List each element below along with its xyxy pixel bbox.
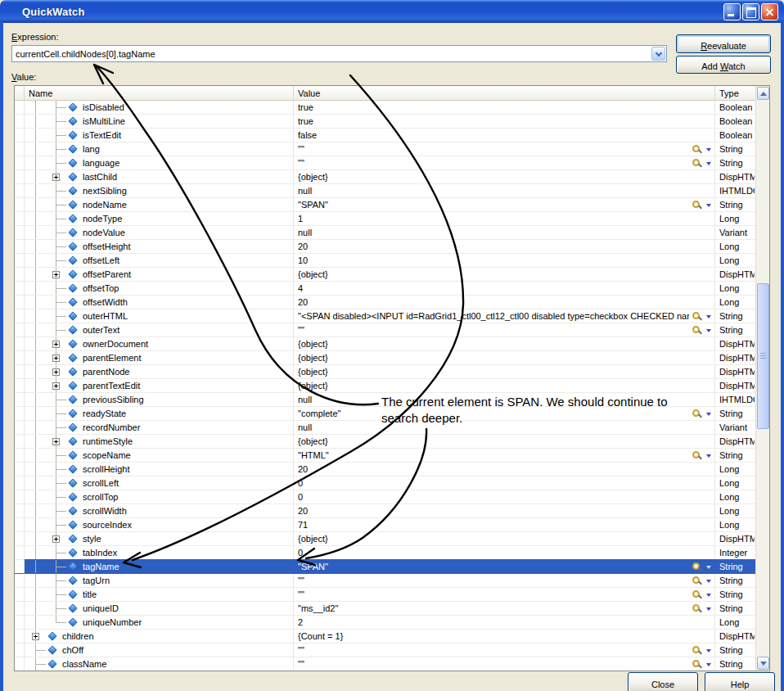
help-button[interactable]: Help — [705, 672, 775, 691]
expand-plus-icon[interactable] — [32, 633, 39, 640]
table-row[interactable]: scrollWidth20Long — [15, 504, 755, 518]
table-row[interactable]: offsetHeight20Long — [15, 240, 755, 254]
visualizer-dropdown-icon[interactable] — [706, 148, 711, 151]
row-selector-cell[interactable] — [15, 351, 25, 364]
magnifier-button[interactable] — [692, 645, 714, 656]
row-selector-cell[interactable] — [15, 296, 25, 309]
table-row[interactable]: offsetWidth20Long — [15, 296, 755, 309]
scroll-up-button[interactable] — [757, 87, 769, 100]
expand-plus-icon[interactable] — [52, 382, 60, 390]
magnifier-button[interactable] — [692, 200, 714, 210]
table-row[interactable]: isMultiLinetrueBoolean — [15, 115, 755, 129]
table-row[interactable]: language""String — [15, 156, 755, 170]
table-row[interactable]: isDisabledtrueBoolean — [15, 101, 755, 115]
vertical-scrollbar[interactable] — [755, 86, 769, 671]
row-selector-cell[interactable] — [15, 101, 25, 114]
header-value[interactable]: Value — [294, 86, 715, 101]
table-row[interactable]: chOff""String — [15, 644, 755, 657]
visualizer-dropdown-icon[interactable] — [706, 566, 711, 569]
table-row[interactable]: nodeType1Long — [15, 212, 755, 226]
combo-dropdown-button[interactable] — [651, 47, 665, 61]
scroll-down-button[interactable] — [757, 657, 769, 670]
expression-input[interactable] — [16, 47, 646, 60]
row-selector-cell[interactable] — [15, 268, 25, 281]
table-row[interactable]: scrollLeft0Long — [15, 476, 755, 490]
table-row[interactable]: outerHTML"<SPAN disabled><INPUT id=RadGr… — [15, 309, 755, 323]
row-selector-cell[interactable] — [15, 129, 25, 142]
table-row[interactable]: nodeName"SPAN"String — [15, 198, 755, 212]
visualizer-dropdown-icon[interactable] — [706, 162, 711, 165]
table-row[interactable]: offsetLeft10Long — [15, 254, 755, 268]
table-row[interactable]: scopeName"HTML"String — [15, 449, 755, 463]
minimize-button[interactable] — [723, 3, 741, 20]
row-selector-cell[interactable] — [15, 435, 25, 448]
table-row[interactable]: parentElement{object}DispHTML — [15, 351, 755, 365]
row-selector-cell[interactable] — [15, 115, 25, 128]
expand-plus-icon[interactable] — [52, 438, 60, 445]
row-selector-cell[interactable] — [15, 323, 25, 336]
row-selector-cell[interactable] — [15, 421, 25, 434]
row-selector-cell[interactable] — [15, 184, 25, 197]
table-row[interactable]: nodeValuenullVariant — [15, 226, 755, 240]
header-type[interactable]: Type — [715, 86, 755, 101]
row-selector-cell[interactable] — [15, 393, 25, 406]
row-selector-cell[interactable] — [15, 337, 25, 350]
table-row[interactable]: parentNode{object}DispHTML — [15, 365, 755, 379]
magnifier-button[interactable] — [692, 450, 714, 461]
table-row[interactable]: lang""String — [15, 142, 755, 156]
expand-plus-icon[interactable] — [52, 341, 60, 348]
row-selector-cell[interactable] — [15, 644, 25, 657]
magnifier-button[interactable] — [692, 158, 714, 169]
expand-plus-icon[interactable] — [52, 271, 60, 278]
visualizer-dropdown-icon[interactable] — [706, 315, 711, 318]
visualizer-dropdown-icon[interactable] — [706, 580, 711, 583]
expression-combo[interactable] — [11, 45, 667, 62]
table-row[interactable]: uniqueNumber2Long — [15, 616, 755, 630]
table-row[interactable]: outerText""String — [15, 323, 755, 337]
row-selector-cell[interactable] — [15, 254, 25, 267]
magnifier-button[interactable] — [692, 311, 714, 322]
row-selector-cell[interactable] — [15, 142, 25, 156]
row-selector-cell[interactable] — [15, 546, 25, 559]
visualizer-dropdown-icon[interactable] — [706, 594, 711, 597]
expand-plus-icon[interactable] — [52, 174, 60, 181]
table-row[interactable]: parentTextEdit{object}DispHTML — [15, 379, 755, 393]
table-row[interactable]: title""String — [15, 588, 755, 602]
row-selector-cell[interactable] — [15, 282, 25, 295]
magnifier-button[interactable] — [692, 325, 714, 336]
magnifier-button[interactable] — [692, 603, 714, 614]
magnifier-button[interactable] — [692, 409, 714, 419]
row-selector-cell[interactable] — [15, 476, 25, 490]
maximize-button[interactable] — [742, 3, 759, 20]
table-row[interactable]: className""String — [15, 657, 755, 671]
magnifier-button[interactable] — [692, 589, 714, 600]
row-selector-cell[interactable] — [15, 518, 25, 531]
table-row[interactable]: children{Count = 1}DispHTML — [15, 630, 755, 644]
row-selector-cell[interactable] — [15, 463, 25, 476]
table-row[interactable]: tagUrn""String — [15, 574, 755, 588]
row-selector-cell[interactable] — [15, 407, 25, 420]
table-row[interactable]: style{object}DispHTML — [15, 532, 755, 546]
magnifier-button[interactable] — [692, 659, 714, 670]
expand-plus-icon[interactable] — [52, 368, 60, 376]
magnifier-button[interactable] — [692, 562, 714, 572]
table-row[interactable]: scrollTop0Long — [15, 490, 755, 504]
table-row[interactable]: nextSiblingnullIHTMLDO — [15, 184, 755, 198]
table-row[interactable]: tagName"SPAN"String — [15, 560, 755, 574]
visualizer-dropdown-icon[interactable] — [706, 607, 711, 611]
row-selector-cell[interactable] — [15, 309, 25, 323]
close-button[interactable]: Close — [628, 672, 698, 691]
row-selector-cell[interactable] — [15, 630, 25, 643]
magnifier-button[interactable] — [692, 144, 714, 155]
row-selector-cell[interactable] — [15, 616, 25, 629]
row-selector-cell[interactable] — [15, 504, 25, 517]
table-row[interactable]: sourceIndex71Long — [15, 518, 755, 532]
table-row[interactable]: offsetTop4Long — [15, 282, 755, 296]
row-selector-cell[interactable] — [15, 198, 25, 211]
add-watch-button[interactable]: Add Watch — [676, 56, 771, 74]
row-selector-cell[interactable] — [15, 156, 25, 169]
visualizer-dropdown-icon[interactable] — [706, 454, 711, 458]
close-window-button[interactable] — [761, 3, 778, 20]
row-selector-cell[interactable] — [15, 240, 25, 253]
row-selector-cell[interactable] — [15, 379, 25, 392]
